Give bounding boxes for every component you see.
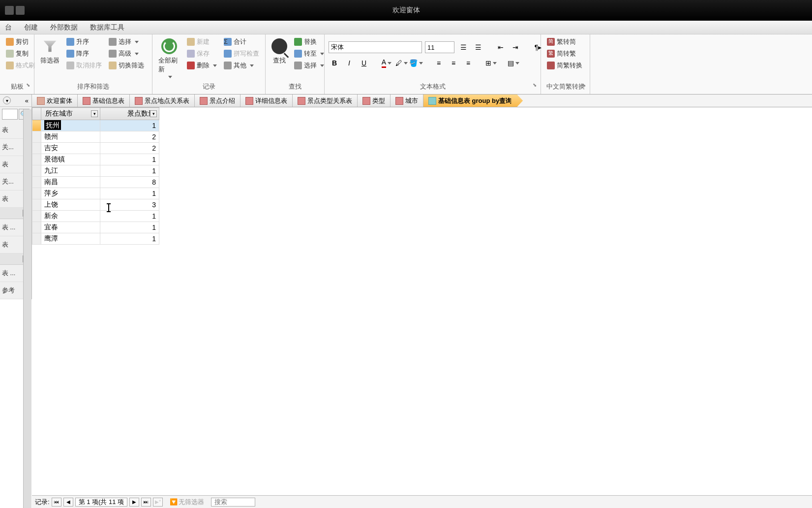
nav-item[interactable]: 表 ... bbox=[0, 219, 31, 236]
table-row[interactable]: 宜春1 bbox=[32, 222, 159, 233]
goto-button[interactable]: 转至 bbox=[292, 48, 326, 59]
tab-景点地点关系表[interactable]: 景点地点关系表 bbox=[130, 95, 195, 107]
align-right-button[interactable]: ≡ bbox=[462, 57, 474, 69]
first-record-button[interactable]: ⏮ bbox=[52, 498, 61, 507]
table-row[interactable]: 抚州1 bbox=[32, 120, 159, 131]
nav-item[interactable]: 表 bbox=[0, 156, 31, 173]
filter-button[interactable]: 筛选器 bbox=[38, 36, 61, 67]
menu-external[interactable]: 外部数据 bbox=[50, 23, 78, 32]
more-button[interactable]: 其他 bbox=[222, 60, 261, 71]
simp-to-trad-button[interactable]: 繁简转繁 bbox=[545, 48, 584, 59]
tab-基础信息表 group by查询[interactable]: 基础信息表 group by查询 bbox=[423, 95, 517, 107]
number-list-button[interactable]: ☰ bbox=[472, 41, 484, 53]
delete-record-button[interactable]: 删除 bbox=[185, 60, 219, 71]
row-selector[interactable] bbox=[32, 143, 41, 154]
tab-景点类型关系表[interactable]: 景点类型关系表 bbox=[293, 95, 358, 107]
cell-city[interactable]: 吉安 bbox=[41, 143, 100, 154]
cell-count[interactable]: 8 bbox=[100, 177, 159, 188]
decrease-indent-button[interactable]: ⇤ bbox=[495, 41, 507, 53]
collapse-icon[interactable]: ⌃ bbox=[23, 210, 30, 217]
datasheet[interactable]: 所在城市▾ 景点数量▾ 抚州1赣州2吉安2景德镇1九江1南昌8萍乡1上饶3新余1… bbox=[32, 107, 812, 495]
column-header-count[interactable]: 景点数量▾ bbox=[100, 108, 159, 120]
increase-indent-button[interactable]: ⇥ bbox=[510, 41, 521, 53]
row-selector[interactable] bbox=[32, 131, 41, 143]
replace-button[interactable]: 替换 bbox=[292, 36, 326, 47]
row-selector[interactable] bbox=[32, 154, 41, 165]
format-painter-button[interactable]: 格式刷 bbox=[4, 60, 37, 71]
nav-item[interactable]: 参考 bbox=[0, 282, 31, 299]
dialog-launcher-icon[interactable]: ⬊ bbox=[582, 82, 586, 88]
select-all-button[interactable] bbox=[32, 108, 41, 120]
save-icon[interactable] bbox=[5, 6, 14, 15]
nav-item[interactable]: 关... bbox=[0, 173, 31, 190]
row-selector[interactable] bbox=[32, 233, 41, 245]
gridlines-button[interactable]: ⊞ bbox=[485, 57, 497, 69]
row-selector[interactable] bbox=[32, 177, 41, 188]
cell-city[interactable]: 抚州 bbox=[41, 120, 100, 131]
cell-count[interactable]: 1 bbox=[100, 222, 159, 233]
row-selector[interactable] bbox=[32, 211, 41, 222]
sort-asc-button[interactable]: 升序 bbox=[64, 36, 104, 47]
record-position[interactable]: 第 1 项(共 11 项 bbox=[75, 498, 127, 507]
tab-欢迎窗体[interactable]: 欢迎窗体 bbox=[32, 95, 78, 107]
advanced-button[interactable]: 高级 bbox=[107, 48, 146, 59]
copy-button[interactable]: 复制 bbox=[4, 48, 37, 59]
bullet-list-button[interactable]: ☰ bbox=[457, 41, 469, 53]
refresh-all-button[interactable]: 全部刷新 bbox=[156, 36, 182, 80]
row-selector[interactable] bbox=[32, 120, 41, 131]
row-selector[interactable] bbox=[32, 188, 41, 199]
italic-button[interactable]: I bbox=[343, 57, 355, 69]
bold-button[interactable]: B bbox=[329, 57, 340, 69]
cell-city[interactable]: 南昌 bbox=[41, 177, 100, 188]
table-row[interactable]: 上饶3 bbox=[32, 199, 159, 211]
cell-city[interactable]: 宜春 bbox=[41, 222, 100, 233]
clear-sort-button[interactable]: 取消排序 bbox=[64, 60, 104, 71]
font-name-select[interactable] bbox=[329, 41, 422, 53]
table-row[interactable]: 南昌8 bbox=[32, 177, 159, 188]
fill-color-button[interactable]: 🪣 bbox=[410, 57, 422, 69]
table-row[interactable]: 鹰潭1 bbox=[32, 233, 159, 245]
cell-city[interactable]: 新余 bbox=[41, 211, 100, 222]
table-row[interactable]: 吉安2 bbox=[32, 143, 159, 154]
totals-button[interactable]: Σ合计 bbox=[222, 36, 261, 47]
row-selector[interactable] bbox=[32, 222, 41, 233]
find-button[interactable]: 查找 bbox=[270, 36, 289, 67]
save-record-button[interactable]: 保存 bbox=[185, 48, 219, 59]
selection-button[interactable]: 选择 bbox=[107, 36, 146, 47]
cell-city[interactable]: 九江 bbox=[41, 165, 100, 177]
nav-collapse-button[interactable]: « bbox=[25, 97, 29, 104]
new-record-button[interactable]: 新建 bbox=[185, 36, 219, 47]
table-row[interactable]: 萍乡1 bbox=[32, 188, 159, 199]
nav-item[interactable]: 关... bbox=[0, 139, 31, 156]
alt-row-button[interactable]: ▤ bbox=[508, 57, 519, 69]
undo-icon[interactable] bbox=[16, 6, 25, 15]
dialog-launcher-icon[interactable]: ⬊ bbox=[533, 82, 537, 88]
nav-item[interactable]: 表 bbox=[0, 190, 31, 208]
select-button[interactable]: 选择 bbox=[292, 60, 326, 71]
cell-count[interactable]: 1 bbox=[100, 120, 159, 131]
nav-item[interactable]: 表 bbox=[0, 236, 31, 254]
menu-dbtools[interactable]: 数据库工具 bbox=[90, 23, 124, 32]
toggle-filter-button[interactable]: 切换筛选 bbox=[107, 60, 146, 71]
cell-city[interactable]: 萍乡 bbox=[41, 188, 100, 199]
record-search-input[interactable] bbox=[211, 498, 255, 507]
row-selector[interactable] bbox=[32, 199, 41, 211]
nav-dropdown-icon[interactable]: ▾ bbox=[3, 96, 11, 104]
collapse-icon[interactable]: ⌃ bbox=[23, 255, 30, 262]
cell-city[interactable]: 景德镇 bbox=[41, 154, 100, 165]
cell-count[interactable]: 2 bbox=[100, 131, 159, 143]
row-selector[interactable] bbox=[32, 165, 41, 177]
tab-详细信息表[interactable]: 详细信息表 bbox=[241, 95, 293, 107]
dialog-launcher-icon[interactable]: ⬊ bbox=[26, 82, 30, 88]
table-row[interactable]: 景德镇1 bbox=[32, 154, 159, 165]
menu-home[interactable]: 台 bbox=[5, 23, 12, 32]
cell-count[interactable]: 1 bbox=[100, 154, 159, 165]
align-left-button[interactable]: ≡ bbox=[433, 57, 445, 69]
nav-item[interactable]: 表 ... bbox=[0, 265, 31, 282]
next-record-button[interactable]: ▶ bbox=[129, 498, 139, 507]
align-center-button[interactable]: ≡ bbox=[448, 57, 459, 69]
chevron-down-icon[interactable]: ▾ bbox=[150, 110, 157, 117]
table-row[interactable]: 赣州2 bbox=[32, 131, 159, 143]
spelling-button[interactable]: 拼写检查 bbox=[222, 48, 261, 59]
new-record-nav-button[interactable]: ▶* bbox=[153, 498, 163, 507]
